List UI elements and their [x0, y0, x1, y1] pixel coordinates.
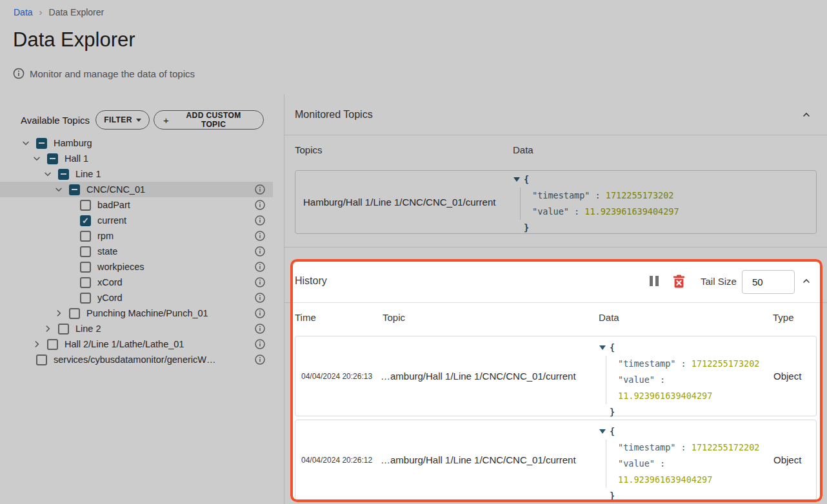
info-icon[interactable] — [255, 293, 265, 303]
tree-item-label: Hall 1 — [65, 153, 88, 164]
topic-tree: HamburgHall 1Line 1CNC/CNC_01badPartcurr… — [0, 135, 273, 367]
tree-item-label: Line 1 — [75, 169, 101, 179]
column-header-data: Data — [599, 312, 619, 323]
tree-item-badpart[interactable]: badPart — [0, 197, 273, 213]
tree-item-hamburg[interactable]: Hamburg — [0, 135, 273, 151]
checkbox-indeterminate[interactable] — [58, 169, 69, 180]
info-icon[interactable] — [255, 308, 265, 318]
chevron-down-icon[interactable] — [30, 152, 43, 165]
page-title: Data Explorer — [13, 28, 135, 52]
info-icon[interactable] — [255, 231, 265, 241]
json-value-line: 11.923961639404297 — [618, 472, 759, 488]
json-colon: : — [675, 358, 691, 369]
tree-item-hall-2-line-1-lathe-lathe-01[interactable]: Hall 2/Line 1/Lathe/Lathe_01 — [0, 336, 273, 352]
info-icon[interactable] — [255, 324, 265, 334]
history-collapse-button[interactable] — [799, 273, 814, 289]
json-close-line: } — [610, 404, 759, 420]
tree-item-services-cybusdatamonitor-genericw-[interactable]: services/cybusdatamonitor/genericW… — [0, 352, 273, 367]
json-number: 1712255172202 — [692, 442, 760, 452]
expander-spacer — [63, 214, 76, 227]
tree-item-state[interactable]: state — [0, 244, 273, 259]
open-brace: { — [610, 342, 615, 353]
checkbox-indeterminate[interactable] — [69, 184, 80, 195]
collapse-triangle-icon[interactable] — [599, 345, 606, 350]
json-open-line: { — [524, 171, 679, 188]
json-entry: "timestamp" : 1712255172202 — [618, 440, 759, 456]
tree-item-workpieces[interactable]: workpieces — [0, 259, 273, 275]
tree-item-line-1[interactable]: Line 1 — [0, 166, 273, 182]
close-brace: } — [610, 407, 615, 417]
monitored-collapse-button[interactable] — [799, 107, 814, 122]
tree-item-cnc-cnc-01[interactable]: CNC/CNC_01 — [0, 182, 273, 197]
tree-item-hall-1[interactable]: Hall 1 — [0, 151, 273, 166]
collapse-triangle-icon[interactable] — [513, 177, 520, 182]
chevron-right-icon[interactable] — [52, 307, 65, 320]
tree-item-line-2[interactable]: Line 2 — [0, 321, 273, 336]
monitored-topics-header: Monitored Topics — [284, 94, 827, 135]
add-custom-topic-button[interactable]: + ADD CUSTOM TOPIC — [154, 110, 264, 130]
info-icon[interactable] — [255, 215, 265, 226]
checkbox-unchecked[interactable] — [47, 339, 58, 350]
tree-item-punching-machine-punch-01[interactable]: Punching Machine/Punch_01 — [0, 305, 273, 321]
breadcrumb-link-data[interactable]: Data — [14, 7, 33, 17]
history-data: {"timestamp" : 1712255173202"value" :11.… — [599, 340, 759, 420]
open-brace: { — [610, 426, 615, 436]
json-open-line: { — [610, 423, 759, 440]
tree-item-label: badPart — [97, 200, 130, 210]
info-icon[interactable] — [255, 277, 265, 287]
checkbox-unchecked[interactable] — [80, 277, 91, 288]
checkbox-unchecked[interactable] — [58, 324, 69, 334]
chevron-right-icon[interactable] — [30, 338, 43, 351]
checkbox-checked[interactable] — [80, 215, 91, 226]
info-icon[interactable] — [255, 200, 265, 210]
history-time: 04/04/2024 20:26:12 — [301, 420, 372, 499]
tree-item-label: Line 2 — [75, 324, 101, 334]
checkbox-indeterminate[interactable] — [36, 138, 47, 149]
json-open-line: { — [610, 340, 759, 356]
collapse-triangle-icon[interactable] — [599, 429, 606, 434]
info-icon[interactable] — [255, 184, 265, 195]
tree-item-current[interactable]: current — [0, 213, 273, 228]
checkbox-unchecked[interactable] — [80, 200, 91, 211]
expander-spacer — [63, 260, 76, 273]
tree-item-rpm[interactable]: rpm — [0, 228, 273, 244]
checkbox-unchecked[interactable] — [80, 231, 91, 242]
monitored-topic-path: Hamburg/Hall 1/Line 1/CNC/CNC_01/current — [303, 171, 495, 233]
tree-item-ycord[interactable]: yCord — [0, 290, 273, 305]
info-icon[interactable] — [255, 262, 265, 272]
tail-size-input[interactable] — [742, 270, 795, 294]
breadcrumb-separator-icon: › — [39, 7, 43, 17]
filter-button[interactable]: FILTER — [95, 110, 150, 130]
chevron-down-icon[interactable] — [52, 183, 65, 196]
history-row: 04/04/2024 20:26:13…amburg/Hall 1/Line 1… — [295, 336, 817, 416]
checkbox-unchecked[interactable] — [80, 293, 91, 304]
checkbox-indeterminate[interactable] — [47, 153, 58, 164]
clear-history-button[interactable] — [673, 260, 685, 302]
json-key: "value" — [618, 458, 655, 469]
chevron-right-icon[interactable] — [41, 322, 54, 335]
json-number: 1712255173202 — [692, 358, 760, 369]
info-icon[interactable] — [255, 354, 265, 365]
plus-icon: + — [163, 115, 169, 125]
checkbox-unchecked[interactable] — [80, 262, 91, 273]
chevron-down-icon[interactable] — [41, 168, 54, 180]
chevron-down-icon[interactable] — [19, 137, 32, 150]
checkbox-unchecked[interactable] — [36, 354, 47, 365]
json-number: 11.923961639404297 — [584, 206, 679, 217]
checkbox-unchecked[interactable] — [80, 246, 91, 257]
expander-spacer — [63, 229, 76, 242]
expander-spacer — [63, 276, 76, 289]
checkbox-unchecked[interactable] — [69, 308, 80, 319]
tree-item-label: services/cybusdatamonitor/genericW… — [54, 354, 215, 365]
tree-item-xcord[interactable]: xCord — [0, 275, 273, 290]
close-brace: } — [610, 490, 615, 501]
page-subtitle-text: Monitor and manage the data of topics — [30, 68, 195, 79]
caret-down-icon — [136, 119, 141, 122]
json-body: "timestamp" : 1712255173202"value" :11.9… — [606, 356, 759, 404]
trash-delete-icon — [673, 275, 685, 288]
history-row: 04/04/2024 20:26:12…amburg/Hall 1/Line 1… — [295, 420, 817, 500]
info-icon[interactable] — [255, 339, 265, 349]
json-entry: "value" : — [618, 372, 759, 388]
info-icon[interactable] — [255, 246, 265, 257]
pause-button[interactable] — [650, 260, 659, 302]
